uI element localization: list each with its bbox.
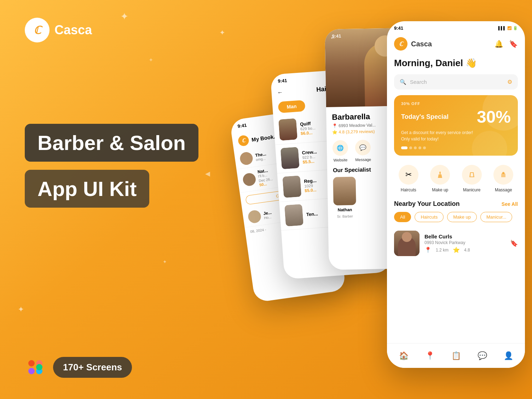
nav-profile[interactable]: 👤 (504, 351, 513, 360)
header-logo-circle: ℂ (394, 37, 407, 51)
message-label: Message (355, 157, 371, 162)
specialist-name-4: Ten... (306, 211, 318, 217)
filter-makeup[interactable]: Make up (447, 212, 477, 222)
triangle-decoration: ◀ (205, 170, 210, 178)
massage-icon-circle (493, 165, 513, 185)
category-manicure[interactable]: Manicure (462, 165, 482, 192)
messages-icon: 💬 (478, 351, 487, 360)
specialist-photo-1 (278, 118, 297, 140)
title-line-2: App UI Kit (37, 177, 137, 201)
see-all-button[interactable]: See All (502, 201, 518, 207)
greeting-text: Morning, Daniel 👋 (387, 55, 525, 74)
website-icon-circle: 🌐 (332, 140, 348, 156)
specialist-photo-4 (284, 204, 303, 226)
phones-container: 9:41 ▪▪▪ ℂ My Book... The... omg... Nat.… (214, 0, 532, 399)
manicure-icon-circle (462, 165, 482, 185)
place-bookmark-icon[interactable]: 🔖 (510, 239, 518, 247)
filter-manicure[interactable]: Manicur... (480, 212, 512, 222)
time-back1: 9:41 (237, 122, 247, 129)
star-icon: ⭐ (453, 247, 460, 253)
nearby-title: Nearby Your Location (394, 200, 459, 208)
chat-msg-3: Ho... (264, 215, 273, 220)
nav-home[interactable]: 🏠 (399, 351, 409, 360)
header-logo-letter: ℂ (399, 41, 403, 47)
nav-explore[interactable]: 📍 (425, 351, 435, 360)
dot-5 (423, 146, 426, 149)
categories-row: ✂ Haircuts Make up Manicure Massage (387, 161, 525, 196)
filter-icon[interactable]: ⚙ (507, 79, 512, 85)
filter-pills-row: All Haircuts Make up Manicur... (387, 210, 525, 226)
search-bar[interactable]: 🔍 Search ⚙ (394, 74, 518, 89)
bookmark-header-icon[interactable]: 🔖 (509, 40, 518, 48)
bottom-navigation: 🏠 📍 📋 💬 👤 (387, 343, 525, 368)
nav-messages[interactable]: 💬 (478, 351, 487, 360)
chat-content-3: Je... Ho... (263, 210, 273, 220)
rating-text: 4.8 (3,279 reviews) (339, 129, 375, 135)
back-arrow-haircut[interactable]: ← (277, 89, 283, 96)
makeup-label: Make up (432, 187, 448, 192)
screens-badge: 170+ Screens (53, 357, 132, 378)
specialist-info-1: Quiff 629 bo... $6.0... (300, 120, 316, 136)
place-name-belle-curls: Belle Curls (424, 233, 505, 239)
time-back2: 9:41 (278, 78, 287, 84)
search-bar-left: 🔍 Search (400, 79, 427, 85)
profile-icon: 👤 (504, 351, 513, 360)
message-icon-circle: 💬 (355, 140, 371, 156)
message-action[interactable]: 💬 Message (355, 140, 371, 162)
chat-avatar-3 (247, 209, 262, 224)
specialist-name-3: Reg... (304, 178, 317, 184)
screens-label: 170+ Screens (63, 362, 122, 372)
category-makeup[interactable]: Make up (430, 165, 450, 192)
nav-bookings[interactable]: 📋 (451, 351, 461, 360)
brand-logo-area: ℂ Casca (25, 18, 92, 42)
specialist-info-2: Crew... 922 b... $5.5... (302, 149, 318, 164)
header-logo-row: ℂ Casca (394, 37, 432, 51)
category-massage[interactable]: Massage (493, 165, 513, 192)
logo-circle: ℂ (25, 18, 50, 42)
header-icons: 🔔 🔖 (495, 40, 518, 48)
svg-rect-0 (28, 360, 35, 366)
specialist-name-mid-1: Nathan (338, 207, 352, 213)
massage-label: Massage (495, 187, 512, 192)
specialist-photo-mid-1 (333, 177, 356, 206)
svg-rect-2 (28, 368, 35, 374)
main-header: ℂ Casca 🔔 🔖 (387, 33, 525, 55)
explore-icon: 📍 (425, 351, 435, 360)
network-icons: ▌▌▌ 📶 🔋 (498, 26, 518, 30)
specialist-item-1: Nathan Sr. Barber (333, 177, 356, 219)
haircuts-label: Haircuts (401, 187, 416, 192)
dot-1 (401, 146, 407, 149)
home-icon: 🏠 (399, 351, 409, 360)
notification-bell-icon[interactable]: 🔔 (495, 40, 503, 48)
sparkle-icon-3: ✦ (149, 57, 153, 63)
place-distance: 1.2 km (436, 248, 449, 253)
svg-point-4 (36, 364, 42, 370)
sparkle-icon-4: ✦ (18, 305, 24, 314)
makeup-icon-circle (430, 165, 450, 185)
manicure-label: Manicure (463, 187, 480, 192)
website-label: Website (334, 158, 348, 162)
search-placeholder: Search (410, 79, 427, 85)
website-action[interactable]: 🌐 Website (332, 140, 348, 162)
dot-4 (418, 146, 421, 149)
chat-avatar-1 (239, 151, 254, 166)
logo-letter: ℂ (34, 24, 41, 36)
sparkle-icon-5: ✦ (163, 259, 167, 265)
dot-2 (409, 146, 412, 149)
location-icon: 📍 (424, 247, 432, 253)
specialist-info-4: Ten... (306, 211, 318, 217)
place-card-belle-curls[interactable]: Belle Curls 0993 Novick Parkway 📍 1.2 km… (387, 226, 525, 260)
place-rating: 4.8 (464, 248, 470, 253)
status-bar-front: 9:41 ▌▌▌ 📶 🔋 (387, 21, 525, 33)
category-pill-man[interactable]: Man (278, 100, 306, 113)
filter-haircuts[interactable]: Haircuts (415, 212, 444, 222)
header-brand-name: Casca (411, 40, 432, 48)
place-photo-belle-curls (394, 231, 420, 256)
time-front: 9:41 (394, 25, 403, 31)
specialist-photo-2 (281, 147, 300, 169)
nearby-section-header: Nearby Your Location See All (387, 196, 525, 210)
category-haircuts[interactable]: ✂ Haircuts (399, 165, 418, 192)
figma-icon (25, 357, 46, 378)
filter-all[interactable]: All (394, 212, 411, 222)
chat-content-1: The... omg... (255, 151, 267, 162)
